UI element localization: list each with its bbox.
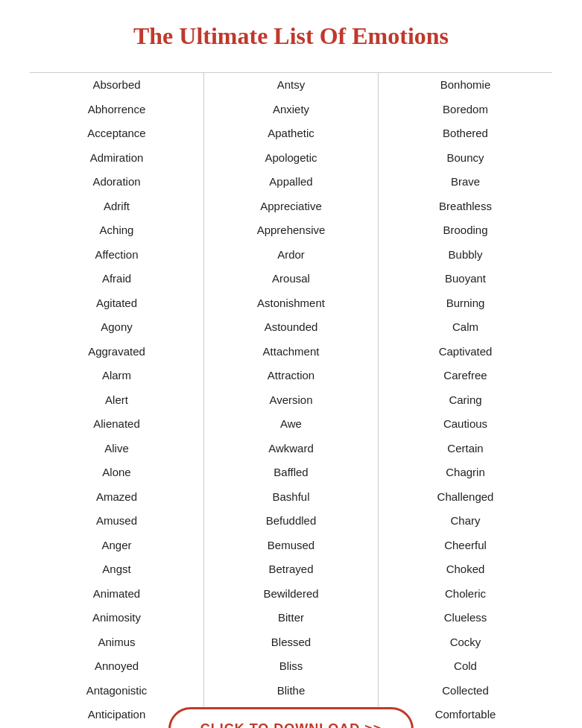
list-item: Bonhomie: [440, 73, 491, 98]
list-item: Anger: [101, 534, 131, 558]
list-item: Bliss: [279, 654, 303, 679]
list-item: Animated: [93, 582, 140, 607]
list-item: Attachment: [263, 340, 320, 364]
list-item: Choleric: [445, 582, 486, 607]
list-item: Buoyant: [445, 267, 486, 291]
list-item: Alone: [102, 460, 130, 485]
list-item: Comfortable: [435, 703, 496, 727]
list-item: Breathless: [439, 194, 492, 219]
list-item: Afraid: [102, 267, 131, 291]
list-item: Astounded: [265, 315, 318, 340]
list-item: Bubbly: [449, 243, 483, 268]
emotion-column-1: AbsorbedAbhorrenceAcceptanceAdmirationAd…: [30, 73, 203, 728]
list-item: Bashful: [272, 485, 309, 510]
list-item: Antsy: [277, 73, 306, 98]
page-wrapper: The Ultimate List Of Emotions AbsorbedAb…: [0, 0, 582, 728]
list-item: Befuddled: [266, 509, 317, 534]
list-item: Captivated: [439, 340, 493, 364]
list-item: Apprehensive: [257, 218, 326, 243]
list-item: Appalled: [269, 170, 312, 194]
list-item: Agony: [101, 315, 133, 340]
list-item: Bouncy: [446, 146, 484, 171]
columns-area: AbsorbedAbhorrenceAcceptanceAdmirationAd…: [30, 72, 552, 728]
list-item: Appreciative: [260, 194, 322, 219]
list-item: Bitter: [278, 606, 304, 630]
list-item: Astonishment: [257, 291, 325, 316]
list-item: Antagonistic: [86, 679, 148, 703]
list-item: Animus: [98, 630, 135, 655]
list-item: Bemused: [268, 534, 314, 558]
list-item: Anxiety: [273, 98, 309, 122]
download-button[interactable]: CLICK TO DOWNLOAD >>: [168, 707, 414, 728]
list-item: Angst: [102, 557, 130, 582]
list-item: Certain: [447, 437, 483, 461]
list-item: Attraction: [268, 364, 314, 388]
list-item: Arousal: [272, 267, 310, 291]
list-item: Brave: [451, 170, 480, 194]
list-item: Blithe: [277, 679, 306, 703]
list-item: Betrayed: [268, 557, 313, 582]
list-item: Affection: [95, 243, 138, 268]
emotion-column-3: BonhomieBoredomBotheredBouncyBraveBreath…: [378, 73, 552, 728]
list-item: Awkward: [268, 437, 314, 461]
emotion-column-2: AntsyAnxietyApatheticApologeticAppalledA…: [203, 73, 378, 728]
list-item: Aching: [100, 218, 134, 243]
list-item: Amused: [96, 509, 137, 534]
list-item: Burning: [446, 291, 485, 316]
list-item: Acceptance: [87, 121, 145, 146]
list-item: Alienated: [93, 412, 140, 437]
list-item: Bewildered: [263, 582, 318, 607]
list-item: Admiration: [90, 146, 144, 171]
list-item: Alive: [104, 437, 129, 461]
list-item: Ardor: [277, 243, 305, 268]
list-item: Apologetic: [265, 146, 317, 171]
list-item: Adrift: [104, 194, 130, 219]
list-item: Carefree: [443, 364, 487, 388]
list-item: Boredom: [443, 98, 488, 122]
list-item: Absorbed: [92, 73, 140, 98]
list-item: Aggravated: [88, 340, 145, 364]
list-item: Brooding: [443, 218, 487, 243]
list-item: Chary: [450, 509, 480, 534]
list-item: Alert: [105, 388, 128, 413]
list-item: Cocky: [450, 630, 481, 655]
list-item: Awe: [280, 412, 302, 437]
list-item: Clueless: [444, 606, 487, 630]
list-item: Alarm: [102, 364, 131, 388]
list-item: Chagrin: [446, 460, 485, 485]
list-item: Baffled: [273, 460, 308, 485]
list-item: Blessed: [271, 630, 311, 655]
list-item: Abhorrence: [88, 98, 146, 122]
columns-container: AbsorbedAbhorrenceAcceptanceAdmirationAd…: [30, 72, 552, 728]
list-item: Challenged: [437, 485, 494, 510]
download-button-container: CLICK TO DOWNLOAD >>: [172, 707, 411, 728]
list-item: Agitated: [96, 291, 137, 316]
list-item: Collected: [442, 679, 489, 703]
list-item: Caring: [449, 388, 481, 413]
list-item: Annoyed: [95, 654, 139, 679]
list-item: Anticipation: [88, 703, 146, 727]
page-title: The Ultimate List Of Emotions: [30, 22, 552, 50]
list-item: Adoration: [92, 170, 140, 194]
list-item: Cautious: [443, 412, 487, 437]
list-item: Apathetic: [268, 121, 314, 146]
list-item: Amazed: [96, 485, 137, 510]
list-item: Animosity: [92, 606, 141, 630]
list-item: Calm: [452, 315, 478, 340]
list-item: Choked: [446, 557, 485, 582]
list-item: Aversion: [269, 388, 312, 413]
list-item: Bothered: [443, 121, 488, 146]
list-item: Cheerful: [444, 534, 487, 558]
list-item: Cold: [454, 654, 477, 679]
